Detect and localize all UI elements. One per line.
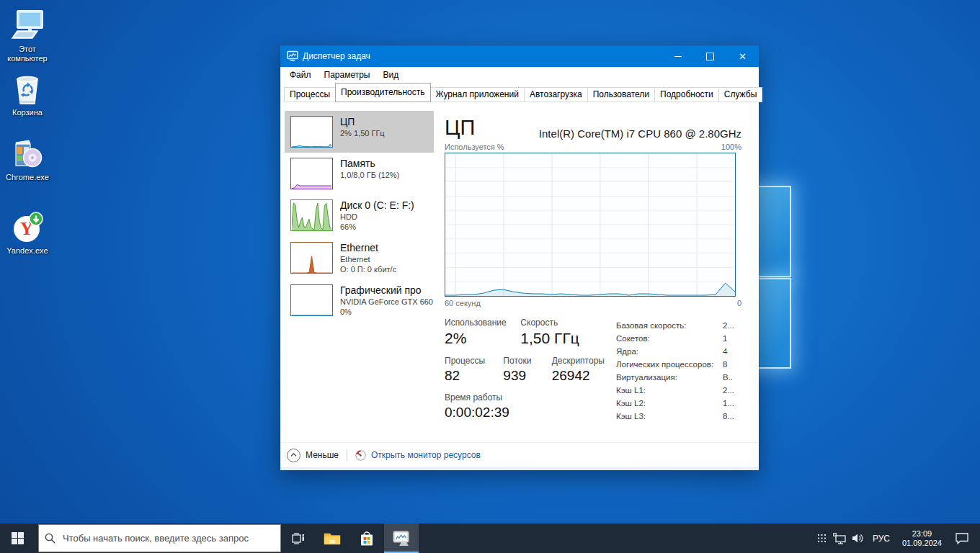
taskbar-search-box[interactable] (38, 524, 281, 552)
menu-view[interactable]: Вид (376, 70, 405, 80)
task-view-button[interactable] (281, 523, 315, 553)
clock[interactable]: 23:09 01.09.2024 (896, 529, 948, 548)
task-view-icon (292, 533, 305, 544)
search-input[interactable] (61, 532, 266, 544)
windows-logo-icon (12, 532, 24, 544)
threads-label: Потоки (503, 356, 549, 367)
desktop-icon-label: Yandex.exe (0, 246, 55, 256)
desktop-icon-chrome-exe[interactable]: Chrome.exe (0, 137, 55, 182)
speed-value: 1,50 ГГц (520, 328, 579, 348)
gpu-mini-graph (290, 284, 333, 316)
spec-row: Кэш L2:1... (616, 397, 741, 410)
tab-details[interactable]: Подробности (654, 87, 719, 102)
processes-label: Процессы (445, 356, 501, 367)
footer-divider (347, 449, 347, 461)
graph-ylabel: Используется % (445, 143, 504, 151)
tab-services[interactable]: Службы (718, 87, 762, 102)
sidebar-cpu-title: ЦП (340, 116, 385, 128)
handles-label: Дескрипторы (552, 356, 605, 367)
microsoft-store-taskbar-button[interactable] (349, 523, 384, 553)
sidebar-disk-type: HDD (340, 212, 414, 222)
spec-row: Ядра:4 (616, 345, 741, 358)
tab-strip: Процессы Производительность Журнал прило… (280, 83, 759, 102)
action-center-button[interactable] (948, 523, 976, 553)
spec-row: Сокетов:1 (616, 332, 741, 345)
window-title: Диспетчер задач (303, 51, 370, 61)
graph-xmax-label: 60 секунд (445, 299, 481, 307)
spec-row: Виртуализация:В.. (616, 371, 741, 384)
file-explorer-taskbar-button[interactable] (315, 523, 349, 553)
file-explorer-icon (324, 531, 341, 546)
chevron-up-icon (287, 449, 300, 462)
performance-sidebar: ЦП 2% 1,50 ГГц Память 1,0/8,0 ГБ (12%) (280, 102, 434, 442)
speaker-icon (852, 533, 864, 544)
desktop-icon-yandex-exe[interactable]: Y Yandex.exe (0, 210, 55, 256)
sidebar-item-cpu[interactable]: ЦП 2% 1,50 ГГц (285, 111, 434, 153)
sidebar-item-memory[interactable]: Память 1,0/8,0 ГБ (12%) (285, 153, 434, 194)
cpu-usage-graph (445, 153, 736, 297)
sidebar-ethernet-throughput: О: 0 П: 0 кбит/с (340, 264, 396, 274)
clock-date: 01.09.2024 (902, 539, 942, 548)
close-button[interactable]: ✕ (726, 45, 759, 67)
uptime-label: Время работы (445, 392, 509, 403)
menu-bar: Файл Параметры Вид (280, 67, 759, 83)
system-tray: РУС 23:09 01.09.2024 (813, 523, 976, 553)
maximize-button[interactable] (694, 45, 726, 67)
sidebar-cpu-stats: 2% 1,50 ГГц (340, 128, 385, 138)
sidebar-item-ethernet[interactable]: Ethernet Ethernet О: 0 П: 0 кбит/с (285, 237, 434, 279)
spec-row: Кэш L1:2... (616, 384, 741, 397)
task-manager-taskbar-button[interactable] (384, 523, 419, 553)
graph-xmin-label: 0 (737, 299, 741, 307)
spec-row: Логических процессоров:8 (616, 358, 741, 371)
tab-processes[interactable]: Процессы (284, 87, 336, 102)
installer-box-icon (10, 137, 45, 171)
window-bottom-edge (280, 467, 759, 470)
ethernet-mini-graph (290, 242, 333, 274)
network-tray-button[interactable] (831, 523, 849, 553)
open-resource-monitor-link[interactable]: Открыть монитор ресурсов (355, 450, 481, 461)
usage-value: 2% (445, 328, 518, 348)
maximize-icon (706, 53, 714, 60)
tab-app-history[interactable]: Журнал приложений (430, 87, 525, 102)
sidebar-gpu-title: Графический про (340, 284, 433, 297)
memory-mini-graph (290, 158, 333, 189)
sidebar-item-gpu[interactable]: Графический про NVIDIA GeForce GTX 660 0… (285, 279, 434, 322)
action-center-icon (956, 533, 968, 544)
clock-time: 23:09 (902, 529, 942, 539)
menu-options[interactable]: Параметры (318, 70, 377, 80)
desktop-icon-this-pc[interactable]: Этот компьютер (0, 9, 55, 63)
sidebar-disk-usage: 66% (340, 222, 414, 232)
resource-monitor-icon (355, 450, 366, 461)
menu-file[interactable]: Файл (283, 70, 318, 80)
desktop-icon-label: Chrome.exe (0, 173, 55, 182)
sidebar-memory-stats: 1,0/8,0 ГБ (12%) (340, 170, 399, 180)
spec-row: Базовая скорость:2... (616, 319, 741, 332)
tab-users[interactable]: Пользователи (587, 87, 655, 102)
sidebar-gpu-usage: 0% (340, 307, 433, 317)
cpu-live-stats: Использование 2% Скорость 1,50 ГГц Проце… (445, 318, 616, 429)
desktop-icon-recycle-bin[interactable]: Корзина (0, 72, 55, 117)
language-indicator[interactable]: РУС (867, 534, 896, 544)
minimize-button[interactable] (662, 45, 694, 67)
taskbar-empty-area (419, 523, 813, 553)
this-pc-icon (10, 9, 45, 43)
task-manager-app-icon (287, 50, 298, 62)
sidebar-ethernet-title: Ethernet (340, 242, 396, 254)
tab-performance[interactable]: Производительность (335, 83, 430, 102)
tab-startup[interactable]: Автозагрузка (524, 87, 588, 102)
processes-value: 82 (445, 367, 501, 385)
uptime-value: 0:00:02:39 (445, 403, 509, 421)
spec-row: Кэш L3:8... (616, 410, 741, 423)
sidebar-ethernet-name: Ethernet (340, 254, 396, 264)
volume-tray-button[interactable] (849, 523, 867, 553)
window-titlebar[interactable]: Диспетчер задач ✕ (280, 45, 759, 67)
sidebar-item-disk[interactable]: Диск 0 (C: E: F:) HDD 66% (285, 194, 434, 237)
cpu-mini-graph (290, 116, 333, 148)
start-button[interactable] (0, 523, 35, 553)
fewer-details-button[interactable]: Меньше (287, 449, 339, 462)
sidebar-gpu-name: NVIDIA GeForce GTX 660 (340, 297, 433, 307)
show-hidden-icons-button[interactable] (813, 523, 831, 553)
taskbar: РУС 23:09 01.09.2024 (0, 523, 980, 553)
microsoft-store-icon (359, 531, 375, 547)
task-manager-window: Диспетчер задач ✕ Файл Параметры Вид Про… (280, 45, 759, 469)
